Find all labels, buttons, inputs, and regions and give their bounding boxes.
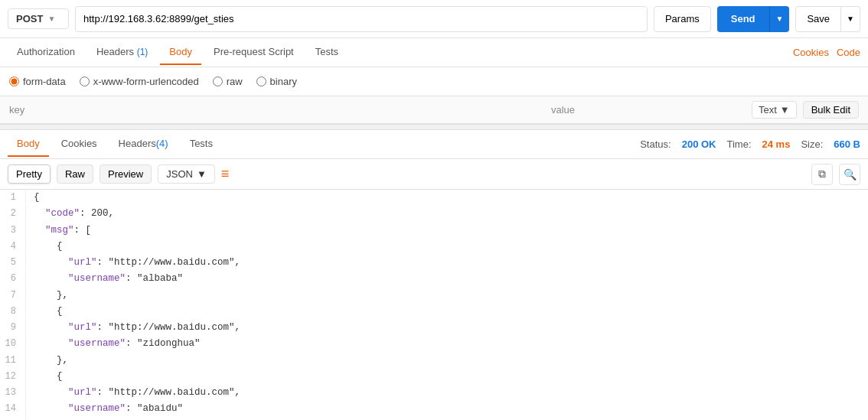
tab-pre-request-script[interactable]: Pre-request Script [204, 40, 303, 65]
line-number: 1 [0, 190, 26, 205]
method-chevron-icon: ▼ [47, 15, 55, 23]
option-raw[interactable]: raw [213, 76, 243, 87]
status-value: 200 OK [682, 138, 716, 150]
code-area[interactable]: 1{2 "code": 200,3 "msg": [4 {5 "url": "h… [0, 190, 868, 420]
time-label: Time: [726, 138, 751, 150]
tab-tests[interactable]: Tests [306, 40, 348, 65]
tab-headers[interactable]: Headers (1) [87, 40, 157, 65]
send-group: Send ▼ [717, 6, 790, 32]
code-line: 15 }, [0, 418, 868, 421]
size-label: Size: [801, 138, 823, 150]
kv-header: key value Text ▼ Bulk Edit [0, 96, 868, 124]
req-tabs-right: Cookies Code [793, 47, 860, 58]
tab-body[interactable]: Body [160, 40, 201, 65]
line-content: "msg": [ [34, 223, 868, 239]
format-selector[interactable]: JSON ▼ [158, 164, 215, 184]
top-bar: POST ▼ Params Send ▼ Save ▼ [0, 0, 868, 38]
res-tab-tests[interactable]: Tests [181, 132, 222, 157]
line-number: 7 [0, 288, 26, 303]
code-line: 8 { [0, 304, 868, 320]
line-number: 10 [0, 336, 26, 351]
code-line: 9 "url": "http://www.baidu.com", [0, 320, 868, 336]
line-number: 6 [0, 271, 26, 286]
format-right-actions: ⧉ 🔍 [811, 164, 860, 185]
line-number: 11 [0, 353, 26, 368]
wrap-icon[interactable]: ≡ [221, 166, 230, 182]
save-chevron-button[interactable]: ▼ [841, 6, 860, 32]
line-content: }, [34, 353, 868, 369]
code-line: 11 }, [0, 353, 868, 369]
line-number: 3 [0, 223, 26, 238]
format-chevron-icon: ▼ [197, 168, 207, 180]
method-label: POST [16, 13, 43, 24]
url-input[interactable] [75, 6, 648, 32]
params-button[interactable]: Params [654, 6, 711, 32]
search-icon[interactable]: 🔍 [839, 164, 860, 185]
line-content: { [34, 239, 868, 255]
line-content: "username": "albaba" [34, 271, 868, 287]
line-number: 15 [0, 418, 26, 421]
bulk-edit-button[interactable]: Bulk Edit [803, 101, 859, 119]
line-content: { [34, 190, 868, 206]
line-number: 13 [0, 385, 26, 400]
code-link[interactable]: Code [837, 47, 860, 58]
code-line: 12 { [0, 369, 868, 385]
raw-button[interactable]: Raw [57, 164, 93, 184]
request-tabs: Authorization Headers (1) Body Pre-reque… [0, 38, 868, 67]
option-binary[interactable]: binary [256, 76, 297, 87]
status-label: Status: [640, 138, 671, 150]
body-options: form-data x-www-form-urlencoded raw bina… [0, 67, 868, 96]
kv-key-label: key [9, 104, 374, 116]
line-number: 9 [0, 320, 26, 335]
line-number: 2 [0, 206, 26, 221]
code-line: 4 { [0, 239, 868, 255]
tab-authorization[interactable]: Authorization [8, 40, 84, 65]
save-group: Save ▼ [795, 6, 860, 32]
size-value: 660 B [834, 138, 860, 150]
response-status-bar: Status: 200 OK Time: 24 ms Size: 660 B [640, 138, 860, 150]
line-content: "code": 200, [34, 206, 868, 222]
line-number: 5 [0, 255, 26, 270]
option-form-data[interactable]: form-data [9, 76, 66, 87]
line-content: "url": "http://www.baidu.com", [34, 385, 868, 401]
code-line: 2 "code": 200, [0, 206, 868, 222]
line-content: }, [34, 288, 868, 304]
cookies-link[interactable]: Cookies [793, 47, 829, 58]
line-content: }, [34, 418, 868, 421]
line-content: "url": "http://www.baidu.com", [34, 255, 868, 271]
line-number: 12 [0, 369, 26, 384]
code-line: 6 "username": "albaba" [0, 271, 868, 287]
line-number: 14 [0, 401, 26, 416]
line-content: { [34, 369, 868, 385]
code-line: 10 "username": "zidonghua" [0, 336, 868, 352]
res-headers-badge: (4) [156, 138, 168, 149]
res-tab-headers[interactable]: Headers(4) [109, 132, 178, 157]
code-line: 14 "username": "abaidu" [0, 401, 868, 417]
line-content: "username": "abaidu" [34, 401, 868, 417]
line-content: { [34, 304, 868, 320]
pretty-button[interactable]: Pretty [8, 164, 51, 184]
section-divider [0, 124, 868, 130]
kv-value-label: value [380, 104, 746, 116]
line-number: 8 [0, 304, 26, 319]
code-line: 1{ [0, 190, 868, 206]
save-button[interactable]: Save [795, 6, 841, 32]
res-tab-body[interactable]: Body [8, 132, 49, 157]
line-number: 4 [0, 239, 26, 254]
code-line: 7 }, [0, 288, 868, 304]
res-tab-cookies[interactable]: Cookies [52, 132, 106, 157]
code-line: 13 "url": "http://www.baidu.com", [0, 385, 868, 401]
option-x-www-form-urlencoded[interactable]: x-www-form-urlencoded [80, 76, 199, 87]
copy-icon[interactable]: ⧉ [811, 164, 833, 185]
response-tabs: Body Cookies Headers(4) Tests Status: 20… [0, 130, 868, 159]
method-selector[interactable]: POST ▼ [8, 8, 69, 29]
text-type-selector[interactable]: Text ▼ [752, 101, 797, 119]
format-bar: Pretty Raw Preview JSON ▼ ≡ ⧉ 🔍 [0, 159, 868, 190]
code-line: 5 "url": "http://www.baidu.com", [0, 255, 868, 271]
send-chevron-button[interactable]: ▼ [769, 6, 790, 32]
preview-button[interactable]: Preview [100, 164, 152, 184]
line-content: "url": "http://www.baidu.com", [34, 320, 868, 336]
code-line: 3 "msg": [ [0, 223, 868, 239]
time-value: 24 ms [762, 138, 791, 150]
send-button[interactable]: Send [717, 6, 769, 32]
